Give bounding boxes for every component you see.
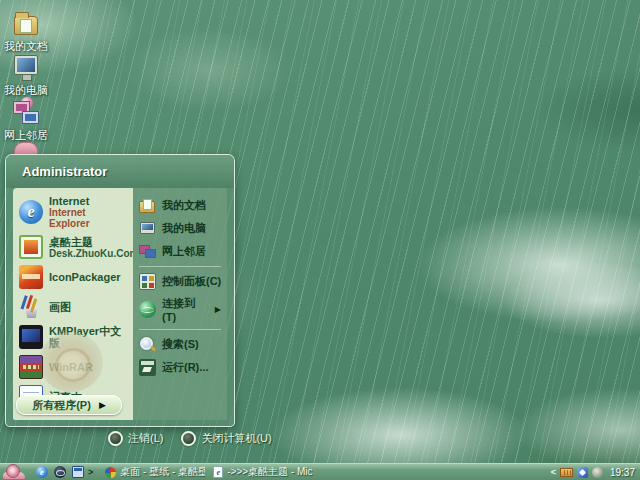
taskbar-task-zhuoku-theme[interactable]: ->>>桌酷主题 - Mic... [213, 465, 313, 479]
quick-launch-bar [36, 466, 84, 478]
menu-item-my-computer[interactable]: 我的电脑 [133, 217, 227, 240]
internet-explorer-icon [19, 200, 43, 224]
quick-launch-globe-icon[interactable] [54, 466, 66, 478]
menu-item-label: 我的文档 [162, 198, 206, 213]
menu-item-label: 运行(R)... [162, 360, 208, 375]
menu-item-title: Internet [49, 195, 129, 207]
shut-down-label: 关闭计算机(U) [201, 431, 271, 446]
submenu-arrow-icon: ▶ [215, 305, 221, 314]
snail-shell-icon [6, 464, 20, 478]
menu-item-zhuoku-theme[interactable]: 桌酷主题 Desk.ZhuoKu.Com [13, 232, 133, 262]
menu-item-label: 控制面板(C) [162, 274, 221, 289]
task-title: ->>>桌酷主题 - Mic... [227, 465, 313, 479]
menu-separator [139, 266, 221, 267]
menu-item-search[interactable]: 搜索(S) [133, 333, 227, 356]
menu-item-run[interactable]: 运行(R)... [133, 356, 227, 379]
quick-launch-ie-icon[interactable] [36, 466, 48, 478]
menu-item-label: 我的电脑 [162, 221, 206, 236]
menu-item-paint[interactable]: 画图 [13, 292, 133, 322]
quick-launch-expand-chevron-icon[interactable]: > [88, 467, 93, 477]
all-programs-arrow-icon: ▶ [99, 400, 106, 410]
search-icon [139, 336, 156, 353]
my-computer-icon [11, 52, 41, 82]
menu-item-title: 桌酷主题 [49, 236, 133, 248]
control-panel-icon [139, 273, 156, 290]
session-actions-row: 注销(L) 关闭计算机(U) [108, 431, 272, 446]
shut-down-icon [181, 431, 196, 446]
desktop-icon-network-places[interactable]: 网上邻居 [0, 97, 52, 141]
desktop-icon-label: 我的文档 [0, 40, 52, 52]
menu-item-subtitle: Desk.ZhuoKu.Com [49, 248, 133, 259]
kmplayer-icon [19, 325, 43, 349]
all-programs-button[interactable]: 所有程序(P) ▶ [16, 395, 122, 415]
log-off-button[interactable]: 注销(L) [108, 431, 163, 446]
iconpackager-icon [19, 265, 43, 289]
menu-item-connect-to[interactable]: 连接到(T) ▶ [133, 293, 227, 326]
shut-down-button[interactable]: 关闭计算机(U) [181, 431, 271, 446]
my-computer-icon [139, 220, 156, 237]
menu-item-label: 搜索(S) [162, 337, 199, 352]
system-tray: < 19:37 [551, 467, 640, 478]
run-icon [139, 359, 156, 376]
network-places-icon [139, 243, 156, 260]
start-menu-pinned-column: Internet Internet Explorer 桌酷主题 Desk.Zhu… [13, 188, 133, 420]
menu-item-label: 连接到(T) [162, 296, 209, 323]
desktop-icon-my-computer[interactable]: 我的电脑 [0, 52, 52, 96]
log-off-icon [108, 431, 123, 446]
menu-separator [139, 329, 221, 330]
menu-item-iconpackager[interactable]: IconPackager [13, 262, 133, 292]
menu-item-label: 网上邻居 [162, 244, 206, 259]
my-documents-icon [139, 197, 156, 214]
menu-item-network-places[interactable]: 网上邻居 [133, 240, 227, 263]
log-off-label: 注销(L) [128, 431, 163, 446]
start-button[interactable] [0, 464, 30, 480]
menu-item-my-documents[interactable]: 我的文档 [133, 194, 227, 217]
start-menu: Administrator Internet Internet Explorer… [5, 154, 235, 427]
input-method-keyboard-icon[interactable] [560, 468, 573, 477]
all-programs-label: 所有程序(P) [32, 398, 91, 413]
snail-watermark [31, 332, 115, 402]
network-places-icon [11, 97, 41, 127]
tray-status-icon[interactable] [592, 467, 603, 478]
taskbar: > 桌面 - 壁纸 - 桌酷壁... ->>>桌酷主题 - Mic... < 1… [0, 463, 640, 480]
pinwheel-app-icon [105, 467, 116, 478]
winrar-icon [19, 355, 43, 379]
quick-launch-show-desktop-icon[interactable] [72, 466, 84, 478]
connect-to-icon [139, 301, 156, 318]
tray-messenger-icon[interactable] [577, 467, 588, 478]
ie-page-icon [213, 466, 223, 478]
menu-item-internet[interactable]: Internet Internet Explorer [13, 192, 133, 232]
user-name: Administrator [22, 164, 107, 179]
desktop-icon-label: 网上邻居 [0, 129, 52, 141]
zhuoku-theme-icon [19, 235, 43, 259]
menu-item-title: IconPackager [49, 271, 121, 283]
paint-icon [19, 295, 43, 319]
menu-item-subtitle: Internet Explorer [49, 207, 129, 229]
desktop-icon-label: 我的电脑 [0, 84, 52, 96]
my-documents-icon [11, 8, 41, 38]
taskbar-task-wallpaper[interactable]: 桌面 - 壁纸 - 桌酷壁... [105, 465, 205, 479]
tray-collapse-chevron-icon[interactable]: < [551, 467, 556, 477]
start-menu-places-column: 我的文档 我的电脑 网上邻居 控制面板(C) 连接到(T) ▶ [133, 188, 227, 420]
taskbar-clock: 19:37 [610, 467, 635, 478]
task-title: 桌面 - 壁纸 - 桌酷壁... [120, 465, 205, 479]
menu-item-control-panel[interactable]: 控制面板(C) [133, 270, 227, 293]
menu-item-title: 画图 [49, 301, 71, 313]
desktop-icon-my-documents[interactable]: 我的文档 [0, 8, 52, 52]
start-menu-header: Administrator [6, 155, 234, 188]
